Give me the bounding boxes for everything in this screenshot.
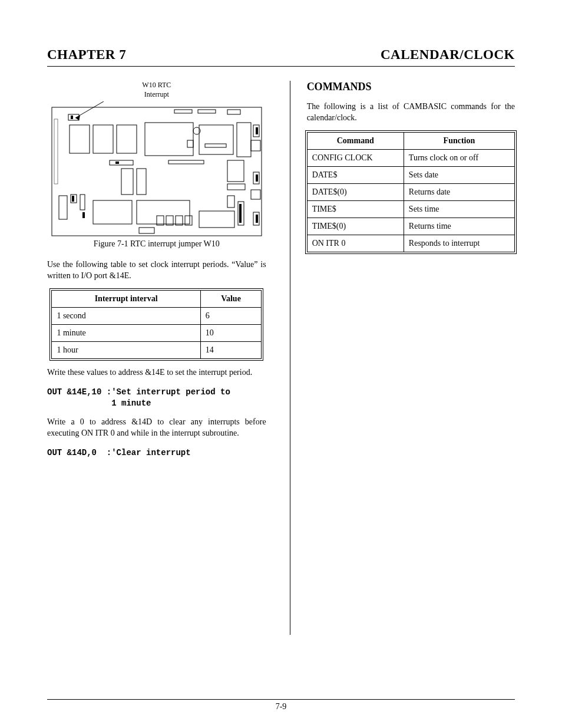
svg-rect-35 xyxy=(80,195,85,210)
svg-rect-48 xyxy=(54,119,58,184)
svg-rect-6 xyxy=(198,110,216,113)
figure-box: W10 RTC Interrupt xyxy=(51,81,263,249)
table-row: TIME$(0) Returns time xyxy=(307,218,514,235)
svg-rect-36 xyxy=(82,212,85,218)
svg-rect-12 xyxy=(199,125,233,154)
figure-caption: Figure 7-1 RTC interrupt jumper W10 xyxy=(51,239,263,249)
cell: 6 xyxy=(200,307,261,324)
svg-rect-38 xyxy=(137,200,190,224)
table-row: 1 hour 14 xyxy=(52,341,262,358)
svg-rect-29 xyxy=(256,215,258,223)
svg-rect-30 xyxy=(251,140,260,151)
code-clear-interrupt: OUT &14D,0 :'Clear interrupt xyxy=(47,447,266,459)
svg-rect-20 xyxy=(121,169,133,195)
table-row: TIME$ Sets time xyxy=(307,200,514,218)
svg-rect-27 xyxy=(256,174,258,182)
svg-rect-23 xyxy=(227,184,245,190)
cell: Returns date xyxy=(404,183,514,200)
svg-rect-45 xyxy=(239,204,242,223)
table-row: DATE$(0) Returns date xyxy=(307,183,514,200)
svg-rect-17 xyxy=(110,160,133,165)
page-number: 7-9 xyxy=(276,702,287,711)
board-diagram-icon xyxy=(51,101,263,237)
svg-rect-5 xyxy=(174,110,192,113)
cell: ON ITR 0 xyxy=(307,235,404,252)
cell: Responds to interrupt xyxy=(404,235,514,252)
cell: Sets date xyxy=(404,166,514,183)
content-columns: W10 RTC Interrupt xyxy=(47,81,515,635)
code-line: 1 minute xyxy=(47,398,151,408)
commands-header-function: Function xyxy=(404,132,514,149)
left-column: W10 RTC Interrupt xyxy=(47,81,272,635)
commands-intro: The following is a list of CAMBASIC comm… xyxy=(307,101,515,124)
code-set-interrupt: OUT &14E,10 :'Set interrupt period to 1 … xyxy=(47,387,266,409)
page: CHAPTER 7 CALENDAR/CLOCK W10 RTC Interru… xyxy=(0,0,562,728)
page-title: CALENDAR/CLOCK xyxy=(381,47,515,62)
svg-rect-32 xyxy=(59,196,67,219)
svg-rect-19 xyxy=(168,160,204,164)
paragraph-interrupt-table-intro: Use the following table to set clock int… xyxy=(47,259,266,282)
svg-rect-4 xyxy=(71,116,73,119)
svg-rect-46 xyxy=(227,196,234,207)
cell: TIME$ xyxy=(307,200,404,218)
svg-rect-22 xyxy=(227,160,244,182)
table-row: CONFIG CLOCK Turns clock on or off xyxy=(307,149,514,166)
svg-rect-11 xyxy=(145,123,193,156)
cell: 14 xyxy=(200,341,261,358)
cell: CONFIG CLOCK xyxy=(307,149,404,166)
svg-rect-37 xyxy=(93,200,132,224)
table-row: ON ITR 0 Responds to interrupt xyxy=(307,235,514,252)
figure-top-label-2: Interrupt xyxy=(51,90,263,99)
svg-rect-7 xyxy=(227,110,240,114)
svg-rect-34 xyxy=(72,196,74,202)
svg-rect-43 xyxy=(199,211,234,228)
cell: TIME$(0) xyxy=(307,218,404,235)
cell: 10 xyxy=(200,324,261,341)
page-footer: 7-9 xyxy=(47,699,515,711)
svg-rect-10 xyxy=(117,125,137,153)
svg-rect-25 xyxy=(256,127,258,134)
page-header: CHAPTER 7 CALENDAR/CLOCK xyxy=(47,47,515,67)
table-row: DATE$ Sets date xyxy=(307,166,514,183)
commands-heading: COMMANDS xyxy=(307,81,515,93)
cell: 1 second xyxy=(52,307,200,324)
table-row: 1 minute 10 xyxy=(52,324,262,341)
table-row: 1 second 6 xyxy=(52,307,262,324)
cell: Returns time xyxy=(404,218,514,235)
svg-rect-31 xyxy=(251,190,260,199)
svg-line-1 xyxy=(75,101,104,118)
cell: DATE$ xyxy=(307,166,404,183)
cell: 1 minute xyxy=(52,324,200,341)
chapter-label: CHAPTER 7 xyxy=(47,47,126,62)
cell: Sets time xyxy=(404,200,514,218)
svg-rect-18 xyxy=(115,162,119,164)
svg-rect-47 xyxy=(139,228,154,233)
commands-header-command: Command xyxy=(307,132,404,149)
paragraph-write-values: Write these values to address &14E to se… xyxy=(47,367,266,378)
code-line: OUT &14E,10 :'Set interrupt period to xyxy=(47,387,230,397)
svg-rect-16 xyxy=(205,144,226,147)
svg-rect-21 xyxy=(137,169,146,195)
interrupt-interval-table: Interrupt interval Value 1 second 6 1 mi… xyxy=(51,290,262,359)
commands-table: Command Function CONFIG CLOCK Turns cloc… xyxy=(307,132,515,252)
right-column: COMMANDS The following is a list of CAMB… xyxy=(290,81,515,635)
svg-rect-9 xyxy=(93,125,113,153)
cell: 1 hour xyxy=(52,341,200,358)
cell: DATE$(0) xyxy=(307,183,404,200)
svg-rect-13 xyxy=(237,123,251,157)
svg-rect-8 xyxy=(70,125,90,153)
figure-top-label-1: W10 RTC xyxy=(51,81,263,90)
table1-header-interval: Interrupt interval xyxy=(52,290,200,307)
paragraph-clear-interrupt: Write a 0 to address &14D to clear any i… xyxy=(47,417,266,439)
table1-header-value: Value xyxy=(200,290,261,307)
cell: Turns clock on or off xyxy=(404,149,514,166)
svg-rect-15 xyxy=(187,140,193,147)
